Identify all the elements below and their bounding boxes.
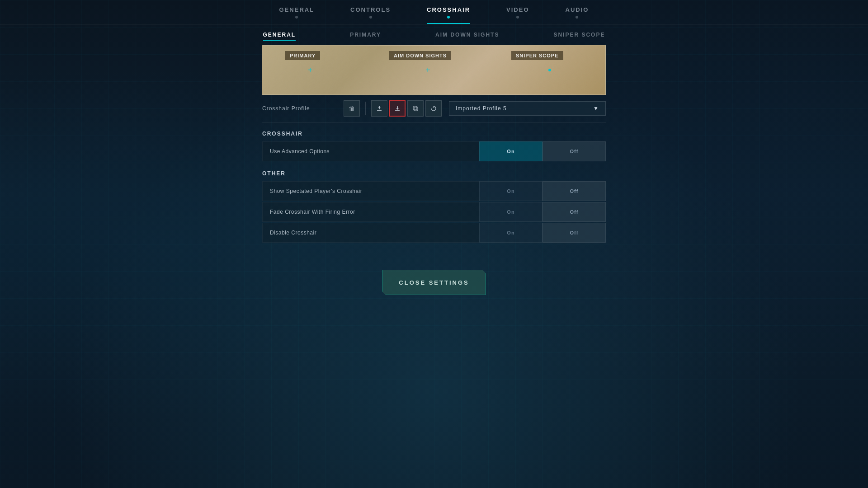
top-nav-crosshair-label: CROSSHAIR <box>427 6 470 13</box>
top-nav-crosshair[interactable]: CROSSHAIR <box>427 6 470 24</box>
toggle-fade-crosshair-off[interactable]: Off <box>542 202 606 222</box>
profile-selected-value: Imported Profile 5 <box>456 105 507 112</box>
top-nav-controls[interactable]: CONTROLS <box>350 6 391 24</box>
toggle-use-advanced-off[interactable]: Off <box>542 141 606 161</box>
secondary-nav-sniper[interactable]: SNIPER SCOPE <box>553 32 605 41</box>
setting-fade-crosshair: Fade Crosshair With Firing Error On Off <box>262 202 606 222</box>
svg-rect-3 <box>395 110 400 111</box>
preview-label-sniper: SNIPER SCOPE <box>511 51 563 60</box>
svg-rect-0 <box>377 110 382 111</box>
export-profile-button[interactable] <box>371 100 387 117</box>
close-settings-container: CLOSE SETTINGS <box>262 270 606 295</box>
top-nav-audio-dot <box>576 16 578 19</box>
toggle-disable-crosshair: On Off <box>479 223 606 243</box>
other-section: OTHER Show Spectated Player's Crosshair … <box>262 162 606 243</box>
close-settings-button[interactable]: CLOSE SETTINGS <box>382 270 486 295</box>
top-nav-general[interactable]: GENERAL <box>279 6 315 24</box>
profile-actions: 🗑 <box>344 100 442 117</box>
crosshair-preview: PRIMARY AIM DOWN SIGHTS SNIPER SCOPE + + <box>262 45 606 95</box>
secondary-nav-general[interactable]: GENERAL <box>263 32 296 41</box>
profile-divider <box>365 102 366 115</box>
top-nav-audio[interactable]: AUDIO <box>566 6 589 24</box>
profile-bar: Crosshair Profile 🗑 <box>262 95 606 122</box>
toggle-fade-crosshair: On Off <box>479 202 606 222</box>
toggle-show-spectated-on[interactable]: On <box>479 181 542 201</box>
toggle-use-advanced-on[interactable]: On <box>479 141 542 161</box>
profile-dropdown[interactable]: Imported Profile 5 ▼ <box>449 101 606 116</box>
toggle-show-spectated: On Off <box>479 181 606 201</box>
crosshair-section: CROSSHAIR Use Advanced Options On Off <box>262 122 606 161</box>
top-nav-controls-dot <box>369 16 372 19</box>
toggle-disable-crosshair-off[interactable]: Off <box>542 223 606 243</box>
setting-disable-crosshair: Disable Crosshair On Off <box>262 223 606 243</box>
secondary-nav-primary[interactable]: PRIMARY <box>350 32 381 41</box>
delete-profile-button[interactable]: 🗑 <box>344 100 360 117</box>
crosshair-profile-label: Crosshair Profile <box>262 105 344 112</box>
setting-disable-crosshair-label: Disable Crosshair <box>262 223 479 243</box>
preview-label-primary: PRIMARY <box>285 51 320 60</box>
toggle-fade-crosshair-on[interactable]: On <box>479 202 542 222</box>
crosshair-section-title: CROSSHAIR <box>262 122 606 141</box>
toggle-disable-crosshair-on[interactable]: On <box>479 223 542 243</box>
secondary-nav: GENERAL PRIMARY AIM DOWN SIGHTS SNIPER S… <box>0 24 868 45</box>
crosshair-primary-indicator: + <box>308 66 313 75</box>
toggle-show-spectated-off[interactable]: Off <box>542 181 606 201</box>
toggle-use-advanced: On Off <box>479 141 606 161</box>
import-profile-button[interactable] <box>389 100 406 117</box>
top-nav-audio-label: AUDIO <box>566 6 589 13</box>
top-nav-video-label: VIDEO <box>506 6 529 13</box>
svg-rect-6 <box>414 107 418 111</box>
setting-show-spectated: Show Spectated Player's Crosshair On Off <box>262 181 606 201</box>
top-nav-video-dot <box>516 16 519 19</box>
crosshair-ads-indicator: + <box>425 66 430 75</box>
content-area: PRIMARY AIM DOWN SIGHTS SNIPER SCOPE + +… <box>262 45 606 295</box>
setting-show-spectated-label: Show Spectated Player's Crosshair <box>262 181 479 201</box>
top-nav-controls-label: CONTROLS <box>350 6 391 13</box>
top-nav-general-label: GENERAL <box>279 6 315 13</box>
secondary-nav-ads[interactable]: AIM DOWN SIGHTS <box>435 32 499 41</box>
other-section-title: OTHER <box>262 162 606 181</box>
setting-use-advanced-options: Use Advanced Options On Off <box>262 141 606 161</box>
copy-profile-button[interactable] <box>407 100 424 117</box>
preview-label-ads: AIM DOWN SIGHTS <box>389 51 451 60</box>
top-nav-video[interactable]: VIDEO <box>506 6 529 24</box>
top-nav-crosshair-dot <box>447 16 450 19</box>
top-nav-general-dot <box>295 16 298 19</box>
crosshair-sniper-indicator <box>548 69 551 71</box>
setting-fade-crosshair-label: Fade Crosshair With Firing Error <box>262 202 479 222</box>
dropdown-arrow-icon: ▼ <box>593 105 599 112</box>
svg-marker-5 <box>396 108 399 110</box>
reset-profile-button[interactable] <box>425 100 442 117</box>
svg-marker-2 <box>378 106 381 108</box>
svg-rect-7 <box>413 106 417 110</box>
top-nav: GENERAL CONTROLS CROSSHAIR VIDEO AUDIO <box>0 0 868 24</box>
setting-use-advanced-label: Use Advanced Options <box>262 141 479 161</box>
